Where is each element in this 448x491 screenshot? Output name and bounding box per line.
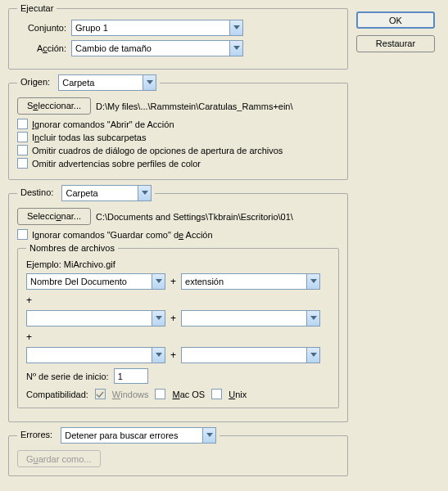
origen-value: Carpeta [62,78,94,88]
example-text: Ejemplo: MiArchivo.gif [26,259,115,269]
omit-dialogs-checkbox[interactable] [17,145,28,155]
filename-field-4[interactable] [181,310,320,327]
conjunto-select[interactable]: Grupo 1 [71,20,243,36]
conjunto-label: Conjunto: [17,23,66,33]
chevron-down-icon [202,428,215,443]
filenames-legend: Nombres de archivos [26,243,118,253]
windows-checkbox [95,389,106,399]
origen-path: D:\My files\...\Rammstein\Caratulas_Ramm… [96,101,293,111]
ejecutar-group: Ejecutar Conjunto: Grupo 1 Acción: Cambi… [8,3,348,70]
chevron-down-icon [306,274,319,289]
chevron-down-icon [152,348,165,363]
errores-select[interactable]: Detener para buscar errores [61,427,216,444]
plus-icon: + [26,331,32,343]
unix-checkbox[interactable] [211,389,222,399]
ignore-open-checkbox[interactable] [17,119,28,129]
windows-label: Windows [112,390,149,399]
plus-icon: + [170,276,176,287]
mac-label: Mac OS [172,390,205,399]
destino-path: C:\Documents and Settings\Tkbrain\Escrit… [96,212,293,222]
destino-legend-text: Destino: [20,187,53,197]
errores-legend: Errores: Detener para buscar errores [17,427,219,444]
ignore-open-label: Ignorar comandos "Abrir" de Acción [32,119,174,129]
filename-field-2-value: extensión [185,277,224,286]
filenames-group: Nombres de archivos Ejemplo: MiArchivo.g… [17,243,339,408]
errores-value: Detener para buscar errores [65,430,178,440]
accion-value: Cambio de tamaño [75,43,152,53]
errores-legend-text: Errores: [20,430,52,439]
omit-warnings-checkbox[interactable] [17,158,28,169]
origen-group: Origen: Carpeta Seleccionar... D:\My fil… [8,74,348,180]
compat-label: Compatibilidad: [26,390,88,399]
chevron-down-icon [152,274,165,289]
chevron-down-icon [306,348,319,363]
destino-group: Destino: Carpeta Seleccionar... C:\Docum… [8,185,348,422]
ok-button[interactable]: OK [356,11,435,29]
plus-icon: + [170,313,176,324]
chevron-down-icon [143,75,156,90]
plus-icon: + [26,295,32,306]
save-as-button: Guardar como... [17,450,101,467]
serial-input[interactable] [114,368,148,384]
filename-field-5[interactable] [26,347,165,363]
chevron-down-icon [229,41,242,56]
filename-field-1[interactable]: Nombre Del Documento [26,273,165,290]
include-subfolders-label: Incluir todas las subcarpetas [32,133,146,142]
omit-dialogs-label: Omitir cuadros de diálogo de opciones de… [32,146,283,155]
include-subfolders-checkbox[interactable] [17,132,28,142]
origen-select[interactable]: Carpeta [58,74,156,91]
unix-label: Unix [229,390,247,399]
origen-legend: Origen: Carpeta [17,74,160,91]
destino-value: Carpeta [66,188,97,198]
filename-field-1-value: Nombre Del Documento [30,277,127,286]
accion-label: Acción: [17,43,66,53]
destino-select[interactable]: Carpeta [61,185,152,201]
filename-field-2[interactable]: extensión [181,273,320,290]
chevron-down-icon [306,311,319,326]
omit-warnings-label: Omitir advertencias sobre perfiles de co… [32,159,201,169]
chevron-down-icon [229,20,242,35]
restore-button[interactable]: Restaurar [356,35,435,52]
destino-legend: Destino: Carpeta [17,185,155,201]
ejecutar-legend: Ejecutar [17,3,57,13]
destino-select-button[interactable]: Seleccionar... [17,208,91,225]
chevron-down-icon [138,186,151,200]
filename-field-6[interactable] [181,347,320,363]
chevron-down-icon [152,311,165,326]
filename-field-3[interactable] [26,310,165,327]
mac-checkbox[interactable] [155,389,165,399]
plus-icon: + [170,349,176,361]
serial-label: Nº de serie de inicio: [26,372,109,381]
origen-select-button[interactable]: Seleccionar... [17,97,91,115]
errores-group: Errores: Detener para buscar errores Gua… [8,427,348,476]
ignore-saveas-label: Ignorar comandos "Guardar como" de Acció… [32,230,213,240]
origen-legend-text: Origen: [20,77,50,87]
conjunto-value: Grupo 1 [75,23,108,33]
ignore-saveas-checkbox[interactable] [17,229,28,240]
accion-select[interactable]: Cambio de tamaño [71,40,243,56]
